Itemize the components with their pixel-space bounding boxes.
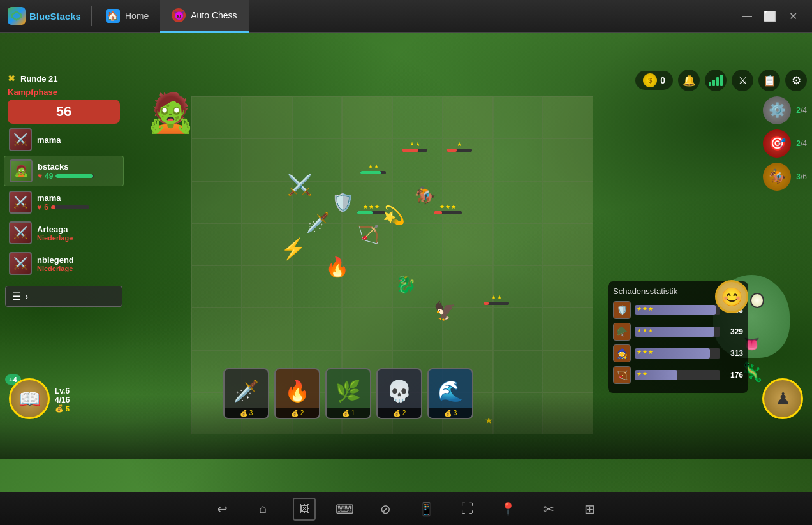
chess-cell[interactable] [443, 265, 493, 307]
shop-slot-2[interactable]: 🔥 💰2 [274, 368, 320, 419]
hp-heart-icon-mama: ♥ [37, 203, 41, 212]
player-item-arteaga[interactable]: ⚔️ Arteaga Niederlage [4, 218, 124, 248]
coin-value: 0 [660, 75, 665, 85]
chess-cell[interactable] [493, 307, 543, 350]
maximize-button[interactable]: ⬜ [761, 7, 779, 25]
chess-cell[interactable] [342, 223, 392, 265]
dmg-value-4: 176 [724, 371, 743, 380]
player-item-mama-self[interactable]: ⚔️ mama [4, 125, 124, 154]
notification-icon[interactable]: 🔔 [678, 70, 700, 91]
chess-cell[interactable] [191, 265, 242, 307]
settings-hud-icon[interactable]: ⚙ [785, 70, 807, 91]
scissors-nav-button[interactable]: ✂ [538, 498, 561, 521]
chess-cell[interactable] [543, 307, 593, 350]
chess-cell[interactable] [493, 96, 543, 138]
synergy-icon-knight[interactable]: 🏇 [763, 163, 791, 191]
back-nav-button[interactable]: ↩ [211, 498, 234, 521]
swords-icon[interactable]: ⚔ [732, 70, 753, 91]
synergy-row-knight[interactable]: 🏇 3/6 [763, 163, 807, 191]
phone-nav-button[interactable]: 📱 [415, 498, 438, 521]
chess-cell[interactable] [191, 307, 242, 350]
chess-cell[interactable] [242, 223, 292, 265]
chess-cell[interactable] [443, 307, 493, 350]
chess-cell[interactable] [543, 96, 593, 138]
shop-hero-1: 🗡️ [225, 373, 268, 408]
chess-cell[interactable] [392, 265, 443, 307]
emote-button[interactable]: 😊 [715, 280, 748, 313]
chess-cell[interactable] [543, 223, 593, 265]
no-nav-button[interactable]: ⊘ [374, 498, 397, 521]
chess-cell[interactable] [191, 181, 242, 223]
signal-bar-2 [712, 80, 715, 86]
chess-cell[interactable] [493, 350, 543, 392]
chess-cell[interactable] [443, 96, 493, 138]
screenshot-nav-button[interactable]: 🖼 [293, 498, 316, 521]
chess-cell[interactable] [443, 223, 493, 265]
chess-cell[interactable] [242, 138, 292, 181]
synergy-icon-gear[interactable]: ⚙️ [763, 96, 791, 124]
signal-bar-1 [709, 82, 711, 86]
chess-cell[interactable] [342, 265, 392, 307]
chess-cell[interactable] [543, 138, 593, 181]
chess-cell[interactable] [292, 307, 343, 350]
chess-cell[interactable] [392, 96, 443, 138]
chess-cell[interactable] [493, 265, 543, 307]
minimize-button[interactable]: — [738, 7, 756, 25]
shop-slot-5[interactable]: 🌊 💰3 [427, 368, 473, 419]
chess-cell[interactable] [493, 181, 543, 223]
home-nav-button[interactable]: ⌂ [252, 498, 275, 521]
chess-cell[interactable] [242, 265, 292, 307]
chess-cell[interactable] [392, 138, 443, 181]
keyboard-nav-button[interactable]: ⌨ [334, 498, 357, 521]
dmg-avatar-1: 🛡️ [613, 301, 631, 319]
expand-nav-button[interactable]: ⛶ [456, 498, 479, 521]
tab-home[interactable]: 🏠 Home [94, 0, 160, 33]
chess-cell[interactable] [292, 265, 343, 307]
chess-cell[interactable] [543, 265, 593, 307]
chess-cell[interactable] [392, 307, 443, 350]
chess-cell[interactable] [543, 350, 593, 392]
chess-cell[interactable] [342, 96, 392, 138]
chess-cell[interactable] [342, 138, 392, 181]
chess-cell[interactable] [543, 181, 593, 223]
player-item-mama-active[interactable]: ⚔️ mama ♥ 6 [4, 188, 124, 217]
chess-cell[interactable] [242, 307, 292, 350]
chess-cell[interactable] [443, 138, 493, 181]
synergy-row-target[interactable]: 🎯 2/4 [763, 129, 807, 158]
chess-cell[interactable] [342, 181, 392, 223]
chess-cell[interactable] [493, 138, 543, 181]
chess-cell[interactable] [493, 223, 543, 265]
book-hud-icon[interactable]: 📋 [758, 70, 780, 91]
window-controls: — ⬜ ✕ [738, 7, 812, 25]
chess-cell[interactable] [292, 181, 343, 223]
book-button[interactable]: 📖 [9, 378, 50, 419]
add-hero-button[interactable]: ♟ [762, 378, 803, 419]
menu-button[interactable]: ☰ › [5, 286, 122, 307]
synergy-row-gear[interactable]: ⚙️ 2/4 [763, 96, 807, 124]
chess-cell[interactable] [191, 223, 242, 265]
chess-cell[interactable] [292, 223, 343, 265]
player-item-bstacks[interactable]: 🧟 bstacks ♥ 49 [4, 156, 124, 186]
chess-cell[interactable] [242, 181, 292, 223]
shop-hero-2: 🔥 [276, 373, 319, 408]
game-area[interactable]: const board = document.getElementById('c… [0, 33, 812, 492]
windows-nav-button[interactable]: ⊞ [579, 498, 602, 521]
chess-cell[interactable] [342, 307, 392, 350]
close-button[interactable]: ✕ [784, 7, 802, 25]
shop-slot-3[interactable]: 🌿 💰1 [325, 368, 371, 419]
chess-cell[interactable] [443, 181, 493, 223]
tab-auto-chess[interactable]: 😈 Auto Chess [160, 0, 248, 33]
shop-cost-3: 💰1 [327, 408, 370, 418]
shop-slot-1[interactable]: 🗡️ 💰3 [223, 368, 269, 419]
chess-cell[interactable] [191, 96, 242, 138]
location-nav-button[interactable]: 📍 [497, 498, 520, 521]
chess-cell[interactable] [392, 181, 443, 223]
synergy-icon-target[interactable]: 🎯 [763, 129, 791, 158]
chess-cell[interactable] [292, 138, 343, 181]
chess-cell[interactable] [242, 96, 292, 138]
chess-cell[interactable] [392, 223, 443, 265]
shop-slot-4[interactable]: 💀 💰2 [376, 368, 422, 419]
player-item-nblegend[interactable]: ⚔️ nblegend Niederlage [4, 249, 124, 278]
chess-cell[interactable] [292, 96, 343, 138]
chess-cell[interactable] [191, 138, 242, 181]
